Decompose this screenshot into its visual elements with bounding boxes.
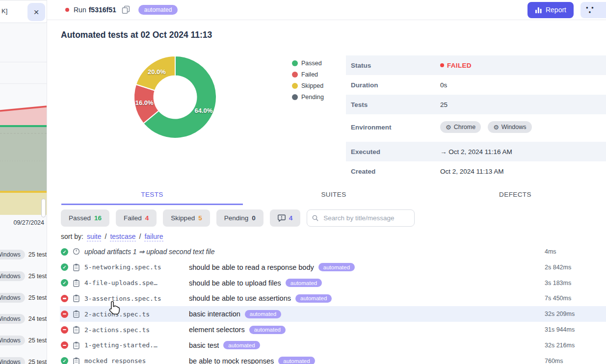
tab-defects[interactable]: DEFECTS (424, 185, 606, 205)
test-duration: 7s 450ms (545, 295, 571, 302)
automated-badge: automated (278, 357, 315, 364)
detail-value-text: Oct 2, 2024 11:13 AM (440, 168, 504, 175)
test-result-row[interactable]: 1-getting-started.…basic testautomated32… (60, 338, 606, 353)
environment-name: Windows (501, 124, 527, 130)
detail-row-duration: Duration0s (346, 75, 606, 95)
clock-icon (73, 248, 80, 256)
sort-link-suite[interactable]: suite (87, 233, 102, 241)
test-title-text: upload artifacts 1 ⇒ upload second text … (84, 248, 214, 256)
detail-row-created: CreatedOct 2, 2024 11:13 AM (346, 161, 606, 181)
spec-file-name: mocked responses (84, 357, 146, 364)
comment-icon (278, 214, 286, 222)
test-title-text: should be able to use assertions (189, 294, 291, 302)
test-title: should be able to use assertionsautomate… (189, 294, 332, 303)
testcase-icon (73, 341, 80, 349)
report-button[interactable]: Report (527, 2, 574, 18)
detail-value: FAILED (440, 62, 472, 69)
environment-badge: Windows (0, 271, 25, 281)
sort-separator: / (105, 233, 106, 240)
detail-value: 0s (440, 81, 447, 89)
automated-badge: automated (245, 310, 281, 318)
automated-badge: automated (318, 263, 355, 271)
test-title-text: basic interaction (189, 310, 240, 318)
test-result-row[interactable]: mocked responsesbe able to mock response… (60, 353, 606, 364)
spec-file-name: 2-actions.spec.ts (84, 326, 150, 334)
filter-button-comments[interactable]: 4 (270, 209, 301, 227)
failed-status-icon (61, 326, 68, 334)
test-result-row[interactable]: 3-assertions.spec.tsshould be able to us… (60, 290, 606, 306)
results-donut-chart: 64.0%16.0%20.0% (129, 51, 222, 144)
run-list-item[interactable]: Windows25 tests (0, 357, 47, 364)
failed-status-icon (61, 311, 68, 318)
run-list-item[interactable]: Windows25 tests (0, 292, 47, 303)
left-shortcut-card: K] × (0, 0, 47, 23)
filter-button-failed[interactable]: Failed4 (116, 209, 157, 227)
environment-badge-chrome[interactable]: ⚙Chrome (440, 121, 481, 133)
spec-file-name: 5-networking.spec.ts (84, 263, 161, 271)
left-sidebar: K] × 09/27/2024 Windows25 testsWindows25… (0, 0, 47, 364)
filter-button-skipped[interactable]: Skipped5 (163, 209, 210, 227)
automated-badge: automated (249, 326, 286, 334)
chart-date-label: 09/27/2024 (13, 219, 44, 226)
sort-separator: / (139, 233, 141, 240)
environment-badge-windows[interactable]: ⚙Windows (488, 121, 531, 133)
filter-count: 16 (94, 214, 102, 222)
spec-file-name: 3-assertions.spec.ts (84, 295, 161, 302)
copy-icon[interactable] (122, 5, 131, 14)
automated-badge: automated (223, 341, 260, 349)
sort-link-testcase[interactable]: testcase (110, 233, 135, 241)
test-title-text: element selectors (189, 326, 245, 334)
test-title-text: basic test (189, 341, 219, 349)
chart-legend: PassedFailedSkippedPending (292, 60, 324, 105)
filter-count: 0 (252, 214, 256, 222)
legend-item-passed: Passed (292, 60, 324, 66)
tab-suites[interactable]: SUITES (243, 185, 424, 205)
scrollbar-thumb[interactable] (41, 199, 46, 217)
passed-status-icon (61, 248, 68, 256)
run-list-item[interactable]: Windows25 tests (0, 249, 47, 260)
trend-area-chart (0, 103, 47, 215)
search-input[interactable] (322, 214, 409, 222)
status-failed-text: FAILED (447, 62, 472, 69)
test-count-label: 25 tests (28, 294, 47, 301)
legend-dot-icon (292, 94, 298, 100)
run-list-item[interactable]: Windows24 tests (0, 313, 47, 324)
testcase-icon (73, 357, 80, 364)
test-result-row[interactable]: 2-actions.spec.tselement selectorsautoma… (60, 322, 606, 338)
testcase-icon (73, 326, 80, 334)
spec-file-name: 1-getting-started.… (84, 341, 158, 349)
passed-status-icon (61, 279, 68, 286)
test-count-label: 25 tests (28, 359, 47, 364)
test-result-row[interactable]: 4-file-uploads.spe…should be able to upl… (60, 275, 606, 291)
close-icon[interactable]: × (27, 3, 45, 21)
test-title: element selectorsautomated (189, 326, 286, 334)
failed-status-icon (61, 341, 68, 349)
filter-label: Failed (124, 214, 142, 222)
sort-link-failure[interactable]: failure (144, 233, 163, 241)
legend-item-failed: Failed (292, 71, 324, 78)
test-result-row[interactable]: 5-networking.spec.tsshould be able to re… (60, 260, 606, 275)
test-title: upload artifacts 1 ⇒ upload second text … (84, 248, 214, 256)
run-label: Run (74, 6, 86, 14)
testcase-icon (73, 279, 80, 287)
tab-tests[interactable]: TESTS (61, 185, 243, 205)
filter-button-passed[interactable]: Passed16 (61, 209, 109, 227)
environment-badge: Windows (0, 336, 25, 345)
detail-value: → Oct 2, 2024 11:16 AM (440, 148, 512, 156)
test-duration: 32s 209ms (545, 311, 575, 317)
detail-value-text: 25 (440, 101, 448, 108)
run-list-item[interactable]: Windows25 tests (0, 271, 47, 282)
passed-status-icon (61, 357, 68, 364)
test-result-row[interactable]: 2-actions.spec.tsbasic interactionautoma… (60, 306, 606, 322)
partial-button[interactable] (594, 2, 606, 18)
run-list-item[interactable]: Windows25 tests (0, 335, 47, 346)
filter-button-pending[interactable]: Pending0 (216, 209, 263, 227)
divider (0, 62, 47, 62)
gear-icon: ⚙ (446, 124, 451, 130)
detail-row-environment: Environment⚙Chrome⚙Windows (346, 114, 606, 140)
spec-file-name: 2-actions.spec.ts (84, 311, 150, 318)
detail-label: Tests (351, 101, 440, 108)
environment-badge: Windows (0, 250, 25, 260)
test-result-row[interactable]: upload artifacts 1 ⇒ upload second text … (60, 244, 606, 260)
detail-value: Oct 2, 2024 11:13 AM (440, 168, 504, 175)
